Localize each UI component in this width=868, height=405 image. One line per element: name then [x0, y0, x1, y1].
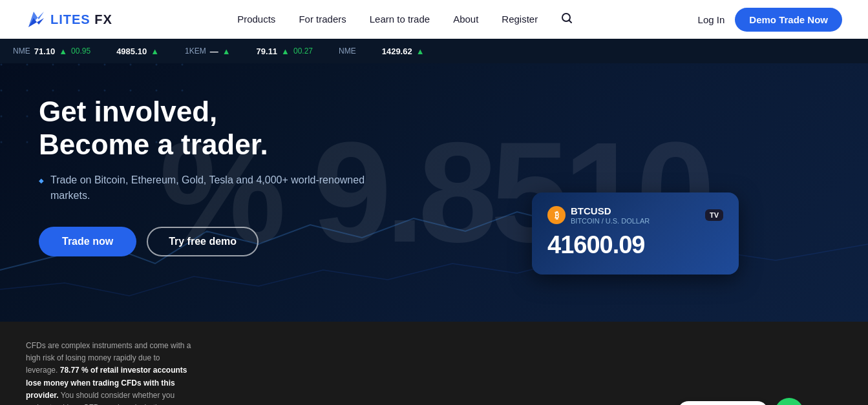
nav-register[interactable]: Register: [502, 14, 538, 25]
nav-about[interactable]: About: [453, 14, 478, 25]
navbar: LITES FX Products For traders Learn to t…: [0, 0, 868, 39]
ticker-item: NME 71.10 ▲ 00.95: [13, 47, 90, 56]
hero-title: Get involved, Become a trader.: [39, 96, 401, 161]
message-us-wrap: 💬 Message us ›: [677, 398, 803, 405]
risk-warning: CFDs are complex instruments and come wi…: [26, 340, 194, 405]
logo-text: LITES FX: [50, 12, 112, 27]
whatsapp-button[interactable]: [775, 398, 803, 405]
btcusd-left: ₿ BTCUSD BITCOIN / U.S. DOLLAR: [547, 205, 650, 225]
ticker-item: 4985.10 ▲: [116, 47, 159, 56]
btc-icon: ₿: [547, 206, 566, 224]
hero-subtitle: Trade on Bitcoin, Ethereum, Gold, Tesla …: [39, 172, 401, 203]
nav-products[interactable]: Products: [237, 14, 275, 25]
message-us-button[interactable]: 💬 Message us ›: [677, 401, 768, 405]
navbar-right: Log In Demo Trade Now: [698, 8, 842, 32]
ticker-item: 1429.62 ▲: [382, 47, 425, 56]
logo[interactable]: LITES FX: [26, 9, 112, 30]
ticker-item: 1KEM — ▲: [185, 47, 231, 56]
ticker-item: NME: [339, 47, 356, 56]
ticker-item: 79.11 ▲ 00.27: [257, 47, 313, 56]
btcusd-name: BITCOIN / U.S. DOLLAR: [571, 217, 650, 225]
btcusd-info: BTCUSD BITCOIN / U.S. DOLLAR: [571, 205, 650, 225]
nav-learn-to-trade[interactable]: Learn to trade: [370, 14, 430, 25]
hero-buttons: Trade now Try free demo: [39, 227, 401, 256]
nav-for-traders[interactable]: For traders: [299, 14, 346, 25]
try-demo-button[interactable]: Try free demo: [147, 227, 259, 256]
btcusd-pair: BTCUSD: [571, 205, 650, 216]
demo-trade-button[interactable]: Demo Trade Now: [735, 8, 842, 32]
ticker-bar: NME 71.10 ▲ 00.95 4985.10 ▲ 1KEM — ▲ 79.…: [0, 39, 868, 63]
bottom-section: CFDs are complex instruments and come wi…: [0, 322, 868, 405]
btcusd-header: ₿ BTCUSD BITCOIN / U.S. DOLLAR TV: [547, 205, 723, 225]
search-icon[interactable]: [561, 12, 573, 26]
trade-now-button[interactable]: Trade now: [39, 227, 136, 256]
btcusd-card: ₿ BTCUSD BITCOIN / U.S. DOLLAR TV 41600.…: [532, 192, 739, 275]
hero-section: % 9.8510 Get involved, Become a trader. …: [0, 63, 868, 322]
nav-links: Products For traders Learn to trade Abou…: [237, 12, 573, 26]
btcusd-price: 41600.09: [547, 231, 723, 259]
hero-content: Get involved, Become a trader. Trade on …: [0, 63, 439, 289]
tv-badge: TV: [705, 209, 723, 221]
logo-icon: [26, 9, 47, 30]
svg-line-3: [569, 21, 572, 23]
login-button[interactable]: Log In: [698, 14, 725, 25]
